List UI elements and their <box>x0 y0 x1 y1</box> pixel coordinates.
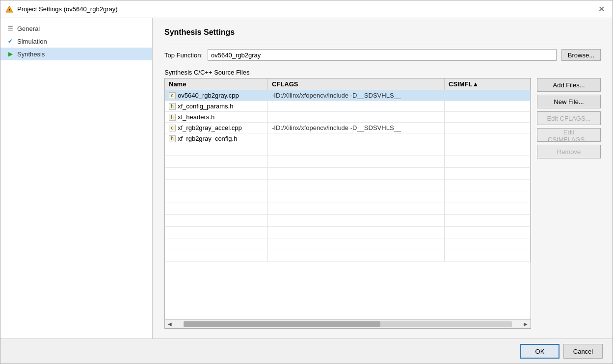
top-function-label: Top Function: <box>164 52 203 59</box>
sidebar-label-general: General <box>17 25 40 32</box>
sidebar-label-simulation: Simulation <box>17 38 47 45</box>
horizontal-scrollbar[interactable]: ◀ ▶ <box>165 319 531 328</box>
new-file-button[interactable]: New File... <box>537 95 601 108</box>
sidebar-item-simulation[interactable]: ✔ Simulation <box>0 35 152 48</box>
remove-button[interactable]: Remove <box>537 145 601 158</box>
empty-row <box>165 156 531 168</box>
cell-cflags <box>268 133 445 144</box>
content-area: ☰ General ✔ Simulation ▶ Synthesis Synth… <box>0 18 613 338</box>
top-function-row: Top Function: Browse... <box>164 49 601 61</box>
empty-row <box>165 227 531 238</box>
empty-row <box>165 203 531 215</box>
synthesis-icon: ▶ <box>6 50 14 58</box>
svg-text:!: ! <box>9 8 10 12</box>
cell-csimflags <box>445 101 531 111</box>
cell-cflags: -ID:/Xilinx/xfopencv/include -D__SDSVHLS… <box>268 90 445 101</box>
col-cflags: CFLAGS <box>268 78 445 90</box>
table-row[interactable]: c xf_rgb2gray_accel.cpp -ID:/Xilinx/xfop… <box>165 123 531 133</box>
table-header: Name CFLAGS CSIMFL▲ <box>165 78 531 90</box>
main-panel: Synthesis Settings Top Function: Browse.… <box>153 18 613 338</box>
edit-csimflags-button[interactable]: Edit CSIMFLAGS... <box>537 128 601 142</box>
file-name: ov5640_rgb2gray.cpp <box>178 92 239 99</box>
general-icon: ☰ <box>6 25 14 32</box>
file-icon: h <box>169 114 176 121</box>
cell-cflags <box>268 101 445 111</box>
file-name: xf_rgb2gray_accel.cpp <box>178 124 242 131</box>
table-row[interactable]: h xf_config_params.h <box>165 101 531 112</box>
file-icon: c <box>169 125 176 131</box>
empty-row <box>165 215 531 227</box>
file-icon: c <box>169 92 176 99</box>
add-files-button[interactable]: Add Files... <box>537 78 601 92</box>
section-title: Synthesis Settings <box>164 28 601 41</box>
source-files-container: Name CFLAGS CSIMFL▲ c ov5640_rgb2gray.cp… <box>164 78 601 329</box>
cell-name: h xf_headers.h <box>165 112 268 122</box>
scrollbar-thumb[interactable] <box>184 321 380 327</box>
empty-row <box>165 180 531 191</box>
cell-name: c ov5640_rgb2gray.cpp <box>165 90 268 101</box>
col-csimflags: CSIMFL▲ <box>445 78 531 90</box>
scroll-right-arrow[interactable]: ▶ <box>522 321 530 327</box>
cell-csimflags <box>445 133 531 144</box>
empty-row <box>165 250 531 262</box>
cell-name: c xf_rgb2gray_accel.cpp <box>165 123 268 133</box>
file-icon: h <box>169 103 176 110</box>
scroll-left-arrow[interactable]: ◀ <box>166 321 174 327</box>
close-button[interactable]: ✕ <box>595 3 608 15</box>
edit-cflags-button[interactable]: Edit CFLAGS... <box>537 111 601 125</box>
file-icon: h <box>169 135 176 142</box>
cell-csimflags <box>445 90 531 101</box>
table-row[interactable]: h xf_headers.h <box>165 112 531 123</box>
top-function-input[interactable] <box>208 49 557 61</box>
file-name: xf_config_params.h <box>178 103 233 110</box>
empty-row <box>165 191 531 203</box>
file-name: xf_headers.h <box>178 113 214 121</box>
browse-button[interactable]: Browse... <box>561 49 601 61</box>
cell-csimflags <box>445 123 531 133</box>
cell-cflags: -ID:/Xilinx/xfopencv/include -D__SDSVHLS… <box>268 123 445 133</box>
empty-row <box>165 144 531 156</box>
window-title: Project Settings (ov5640_rgb2gray) <box>17 5 118 13</box>
cell-name: h xf_config_params.h <box>165 101 268 111</box>
table-row[interactable]: h xf_rgb2gray_config.h <box>165 133 531 144</box>
title-bar-left: ! Project Settings (ov5640_rgb2gray) <box>5 5 118 13</box>
cancel-button[interactable]: Cancel <box>563 344 603 359</box>
title-bar: ! Project Settings (ov5640_rgb2gray) ✕ <box>0 0 613 18</box>
col-name: Name <box>165 78 268 90</box>
scrollbar-track[interactable] <box>184 321 512 327</box>
empty-row <box>165 238 531 250</box>
files-table: Name CFLAGS CSIMFL▲ c ov5640_rgb2gray.cp… <box>164 78 531 329</box>
sidebar-item-general[interactable]: ☰ General <box>0 22 152 35</box>
empty-row <box>165 168 531 180</box>
cell-name: h xf_rgb2gray_config.h <box>165 133 268 144</box>
action-buttons-panel: Add Files... New File... Edit CFLAGS... … <box>537 78 601 329</box>
sidebar-item-synthesis[interactable]: ▶ Synthesis <box>0 48 152 60</box>
cell-csimflags <box>445 112 531 122</box>
ok-button[interactable]: OK <box>520 344 560 359</box>
sidebar-label-synthesis: Synthesis <box>17 51 45 58</box>
table-row[interactable]: c ov5640_rgb2gray.cpp -ID:/Xilinx/xfopen… <box>165 90 531 101</box>
simulation-icon: ✔ <box>6 37 14 45</box>
app-icon: ! <box>5 5 13 13</box>
source-files-section: Synthesis C/C++ Source Files Name CFLAGS… <box>164 69 601 329</box>
sidebar: ☰ General ✔ Simulation ▶ Synthesis <box>0 18 153 338</box>
table-body: c ov5640_rgb2gray.cpp -ID:/Xilinx/xfopen… <box>165 90 531 319</box>
cell-cflags <box>268 112 445 122</box>
main-window: ! Project Settings (ov5640_rgb2gray) ✕ ☰… <box>0 0 613 364</box>
bottom-bar: OK Cancel <box>0 338 613 364</box>
file-name: xf_rgb2gray_config.h <box>178 135 237 142</box>
source-files-label: Synthesis C/C++ Source Files <box>164 69 601 76</box>
